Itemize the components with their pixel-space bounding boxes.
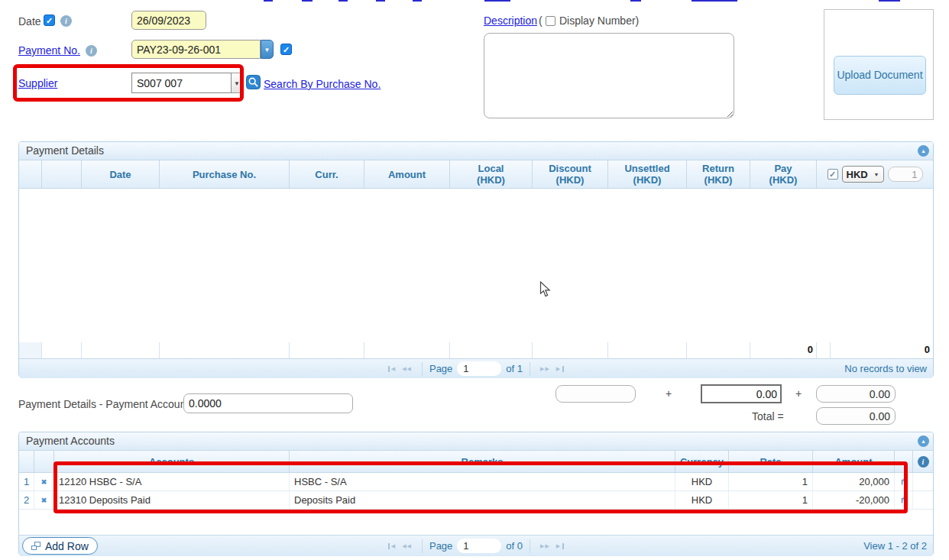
info-icon[interactable]: i — [918, 456, 929, 468]
payment-no-input[interactable] — [131, 40, 261, 59]
pager-last-icon[interactable]: ▶ — [556, 366, 564, 372]
pager-next-icon[interactable]: ▶▶ — [540, 366, 550, 372]
pager-of-label: of 1 — [506, 363, 523, 374]
column-header-rate[interactable]: Rate — [729, 451, 813, 472]
delete-row-button[interactable]: ✖ — [34, 473, 54, 490]
row-action-cell[interactable]: ↱ — [895, 473, 913, 490]
pager-last-icon[interactable]: ▶ — [556, 543, 564, 549]
description-textarea[interactable] — [484, 33, 734, 118]
currency-select[interactable]: HKD ▼ — [842, 166, 884, 183]
pager-page-input[interactable] — [457, 539, 501, 553]
delete-row-button[interactable]: ✖ — [34, 491, 54, 509]
upload-document-button[interactable]: Upload Document — [834, 56, 926, 95]
column-header-date[interactable]: Date — [82, 160, 160, 188]
column-header-blank — [895, 451, 913, 472]
currency-select-value: HKD — [847, 169, 868, 180]
footer-total-pay: 0 — [750, 342, 817, 358]
payment-details-header-row: Date Purchase No. Curr. Amount Local (HK… — [19, 160, 933, 189]
blank-amount-input[interactable] — [555, 385, 636, 403]
exchange-rate-input[interactable] — [888, 167, 923, 182]
toolbar-remnant — [692, 0, 737, 2]
remarks-cell[interactable]: HSBC - S/A — [290, 473, 675, 490]
search-by-purchase-link[interactable]: Search By Purchase No. — [264, 78, 381, 90]
display-number-paren-open: ( — [539, 15, 543, 27]
account-row-2[interactable]: 2 ✖ 12310 Deposits Paid Deposits Paid HK… — [19, 491, 933, 510]
date-input[interactable] — [131, 11, 206, 30]
footer-total-amount: 0 — [831, 342, 933, 358]
supplier-link[interactable]: Supplier — [18, 77, 57, 89]
plus-sign: + — [666, 387, 672, 400]
column-header-curr[interactable]: Curr. — [290, 160, 364, 188]
payment-no-checkbox[interactable]: ✓ — [280, 44, 292, 55]
subtotal-input[interactable] — [816, 385, 896, 403]
amount-cell[interactable]: 20,000 — [813, 473, 895, 490]
row-number: 1 — [19, 473, 34, 490]
toolbar-remnant — [338, 0, 348, 2]
column-label: Accounts — [149, 456, 194, 468]
currency-cell[interactable]: HKD — [675, 473, 729, 490]
column-header-local-hkd[interactable]: Local (HKD) — [450, 160, 533, 188]
column-header-currency[interactable]: Currency — [675, 451, 729, 472]
payment-no-dropdown-button[interactable]: ▼ — [261, 40, 274, 59]
remarks-cell[interactable]: Deposits Paid — [290, 491, 675, 509]
no-records-status: No records to view — [844, 363, 927, 374]
row-arrow-icon: ↱ — [900, 477, 907, 487]
row-arrow-icon: ↱ — [900, 495, 907, 505]
column-header-rownum — [19, 451, 34, 472]
footer-cell — [82, 342, 160, 358]
pager-next-icon[interactable]: ▶▶ — [540, 543, 550, 549]
pager-separator — [422, 539, 423, 553]
column-label: Unsettled — [624, 163, 669, 174]
search-icon[interactable] — [246, 75, 261, 89]
rate-cell[interactable]: 1 — [729, 473, 813, 490]
column-label: (HKD) — [556, 174, 585, 186]
pager-prev-icon[interactable]: ◀◀ — [402, 543, 412, 549]
description-link[interactable]: Description — [484, 15, 537, 27]
column-label: Currency — [680, 456, 724, 468]
pager-prev-icon[interactable]: ◀◀ — [402, 366, 412, 372]
collapse-icon[interactable]: ▲ — [918, 435, 929, 447]
account-row-1[interactable]: 1 ✖ 12120 HSBC - S/A HSBC - S/A HKD 1 20… — [19, 473, 933, 491]
column-label: Curr. — [315, 169, 338, 180]
row-action-cell[interactable]: ↱ — [895, 491, 913, 509]
rate-cell[interactable]: 1 — [729, 491, 813, 509]
currency-cell[interactable]: HKD — [675, 491, 729, 509]
column-header-purchase-no[interactable]: Purchase No. — [160, 160, 290, 188]
view-range-status: View 1 - 2 of 2 — [863, 540, 927, 552]
account-cell[interactable]: 12120 HSBC - S/A — [54, 473, 290, 490]
account-cell[interactable]: 12310 Deposits Paid — [54, 491, 290, 509]
column-header-return-hkd[interactable]: Return (HKD) — [687, 160, 750, 188]
total-input[interactable] — [816, 407, 896, 425]
date-checkbox[interactable]: ✓ — [44, 15, 55, 26]
toolbar-remnant — [413, 0, 422, 2]
column-header-accounts[interactable]: Accounts — [54, 451, 290, 472]
payment-no-link[interactable]: Payment No. — [18, 44, 80, 57]
collapse-icon[interactable]: ▲ — [918, 145, 929, 157]
column-header-discount-hkd[interactable]: Discount (HKD) — [533, 160, 608, 188]
column-label: Pay — [774, 163, 792, 174]
column-header-amount[interactable]: Amount — [364, 160, 450, 188]
pager-first-icon[interactable]: ◀ — [388, 543, 396, 549]
pager-page-input[interactable] — [457, 361, 501, 376]
payment-details-title: Payment Details — [26, 144, 104, 157]
amount-cell[interactable]: -20,000 — [813, 491, 895, 509]
footer-cell — [817, 342, 831, 358]
supplier-dropdown-button[interactable]: ▼ — [232, 73, 243, 93]
payment-accounts-section: Payment Accounts ▲ Accounts Remarks Curr… — [18, 432, 934, 555]
pager-first-icon[interactable]: ◀ — [388, 366, 396, 372]
column-header-amount[interactable]: Amount — [813, 451, 895, 472]
display-number-checkbox[interactable] — [546, 16, 555, 26]
select-all-checkbox[interactable]: ✓ — [828, 169, 838, 180]
pager-separator — [530, 362, 530, 376]
column-header-unsettled-hkd[interactable]: Unsettled (HKD) — [608, 160, 687, 188]
date-info-icon[interactable]: i — [60, 15, 72, 27]
footer-cell — [290, 342, 364, 358]
difference-input[interactable] — [183, 393, 353, 413]
add-row-button[interactable]: Add Row — [22, 537, 98, 555]
column-header-pay-hkd[interactable]: Pay (HKD) — [750, 160, 817, 188]
bank-charge-input[interactable] — [701, 384, 782, 403]
supplier-input[interactable] — [131, 73, 232, 93]
payment-no-info-icon[interactable]: i — [86, 45, 97, 57]
column-header-remarks[interactable]: Remarks — [290, 451, 675, 472]
pager-page-label: Page — [429, 540, 452, 552]
